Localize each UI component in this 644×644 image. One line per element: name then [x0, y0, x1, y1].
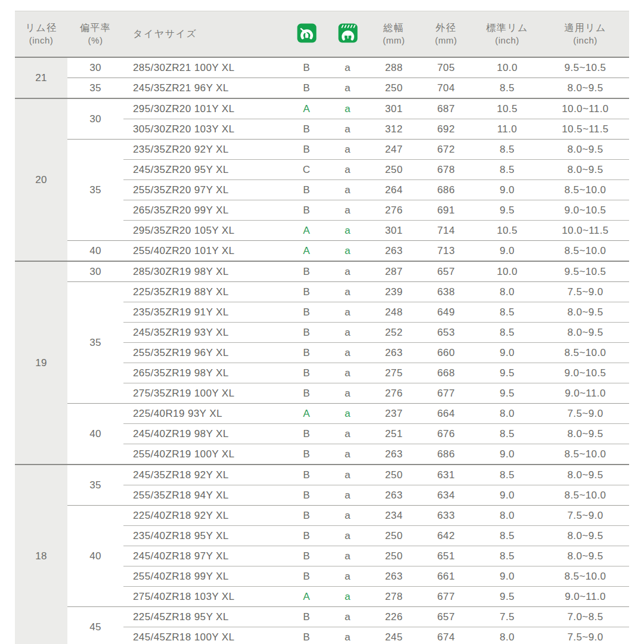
outer-diameter-cell: 653: [419, 323, 473, 343]
col-header-tire-size-label: タイヤサイズ: [133, 27, 286, 41]
outer-diameter-cell: 657: [419, 261, 473, 282]
fuel-grade-cell: B: [286, 383, 327, 404]
total-width-cell: 263: [369, 566, 419, 587]
applicable-rim-cell: 8.0~9.5: [541, 160, 629, 180]
tire-size-cell: 255/35ZR19 96Y XL: [123, 343, 286, 363]
table-row: 2030295/30ZR20 101Y XLAa30168710.510.0~1…: [15, 98, 629, 119]
wet-grade-cell: a: [327, 627, 369, 644]
table-row: 40255/40ZR20 101Y XLAa2637139.08.5~10.0: [15, 241, 629, 262]
standard-rim-cell: 8.5: [473, 424, 541, 444]
col-header-standard-rim: 標準リム (inch): [473, 11, 541, 58]
total-width-cell: 250: [369, 546, 419, 566]
total-width-cell: 248: [369, 302, 419, 323]
col-header-wet-grip: [327, 11, 369, 58]
outer-diameter-cell: 661: [419, 566, 473, 587]
standard-rim-cell: 9.5: [473, 200, 541, 221]
total-width-cell: 278: [369, 587, 419, 607]
standard-rim-cell: 8.5: [473, 526, 541, 546]
wet-grade-cell: a: [327, 587, 369, 607]
page: リム径 (inch) 偏平率 (%) タイヤサイズ: [0, 0, 644, 644]
rim-diameter-cell: 21: [15, 57, 67, 98]
standard-rim-cell: 9.0: [473, 566, 541, 587]
total-width-cell: 264: [369, 180, 419, 200]
aspect-ratio-cell: 30: [67, 98, 123, 140]
standard-rim-cell: 8.5: [473, 78, 541, 99]
standard-rim-cell: 9.5: [473, 383, 541, 404]
applicable-rim-cell: 9.0~10.5: [541, 363, 629, 383]
fuel-grade-cell: B: [286, 546, 327, 566]
fuel-grade-cell: A: [286, 98, 327, 119]
standard-rim-cell: 9.0: [473, 180, 541, 200]
total-width-cell: 301: [369, 221, 419, 241]
standard-rim-cell: 9.0: [473, 485, 541, 506]
wet-grade-cell: a: [327, 424, 369, 444]
tire-size-cell: 245/35ZR18 92Y XL: [123, 465, 286, 485]
standard-rim-cell: 10.5: [473, 98, 541, 119]
applicable-rim-cell: 8.0~9.5: [541, 465, 629, 485]
wet-grade-cell: a: [327, 506, 369, 526]
tire-size-cell: 255/35ZR20 97Y XL: [123, 180, 286, 200]
outer-diameter-cell: 649: [419, 302, 473, 323]
outer-diameter-cell: 691: [419, 200, 473, 221]
wet-grade-cell: a: [327, 221, 369, 241]
tire-size-cell: 245/35ZR19 93Y XL: [123, 323, 286, 343]
outer-diameter-cell: 692: [419, 119, 473, 140]
wet-grade-cell: a: [327, 98, 369, 119]
applicable-rim-cell: 9.0~11.0: [541, 587, 629, 607]
fuel-grade-cell: B: [286, 444, 327, 465]
table-row: 40225/40ZR18 92Y XLBa2346338.07.5~9.0: [15, 506, 629, 526]
table-row: 1930285/30ZR19 98Y XLBa28765710.09.5~10.…: [15, 261, 629, 282]
fuel-grade-cell: B: [286, 200, 327, 221]
wet-grade-cell: a: [327, 404, 369, 424]
fuel-grade-cell: B: [286, 363, 327, 383]
standard-rim-cell: 8.0: [473, 506, 541, 526]
aspect-ratio-cell: 40: [67, 506, 123, 607]
tire-size-cell: 255/40ZR20 101Y XL: [123, 241, 286, 262]
fuel-grade-cell: B: [286, 343, 327, 363]
fuel-grade-cell: B: [286, 57, 327, 78]
standard-rim-cell: 9.5: [473, 363, 541, 383]
standard-rim-cell: 8.5: [473, 465, 541, 485]
col-header-rim-diameter: リム径 (inch): [15, 11, 67, 58]
table-header: リム径 (inch) 偏平率 (%) タイヤサイズ: [15, 11, 629, 58]
total-width-cell: 263: [369, 343, 419, 363]
total-width-cell: 250: [369, 465, 419, 485]
col-header-total-width: 総幅 (mm): [369, 11, 419, 58]
applicable-rim-cell: 8.0~9.5: [541, 526, 629, 546]
fuel-grade-cell: A: [286, 241, 327, 262]
col-header-outer-diameter-label: 外径: [419, 21, 473, 35]
header-row: リム径 (inch) 偏平率 (%) タイヤサイズ: [15, 11, 629, 58]
outer-diameter-cell: 686: [419, 444, 473, 465]
tire-size-cell: 295/35ZR20 105Y XL: [123, 221, 286, 241]
wet-grade-cell: a: [327, 546, 369, 566]
col-header-outer-diameter-unit: (mm): [419, 35, 473, 47]
applicable-rim-cell: 7.5~9.0: [541, 282, 629, 302]
wet-grade-cell: a: [327, 566, 369, 587]
outer-diameter-cell: 713: [419, 241, 473, 262]
applicable-rim-cell: 9.0~11.0: [541, 383, 629, 404]
aspect-ratio-cell: 30: [67, 57, 123, 78]
total-width-cell: 250: [369, 160, 419, 180]
total-width-cell: 226: [369, 607, 419, 627]
total-width-cell: 263: [369, 444, 419, 465]
total-width-cell: 276: [369, 200, 419, 221]
applicable-rim-cell: 8.0~9.5: [541, 546, 629, 566]
outer-diameter-cell: 705: [419, 57, 473, 78]
applicable-rim-cell: 10.5~11.5: [541, 119, 629, 140]
tire-size-cell: 255/40ZR18 99Y XL: [123, 566, 286, 587]
rim-diameter-cell: 18: [15, 465, 67, 644]
outer-diameter-cell: 664: [419, 404, 473, 424]
tire-spec-table: リム径 (inch) 偏平率 (%) タイヤサイズ: [15, 11, 629, 644]
wet-grade-cell: a: [327, 119, 369, 140]
wet-grip-icon: [338, 23, 358, 45]
wet-grade-cell: a: [327, 343, 369, 363]
applicable-rim-cell: 7.5~9.0: [541, 506, 629, 526]
tire-size-cell: 245/35ZR20 95Y XL: [123, 160, 286, 180]
fuel-grade-cell: B: [286, 180, 327, 200]
wet-grade-cell: a: [327, 282, 369, 302]
aspect-ratio-cell: 35: [67, 140, 123, 241]
tire-size-cell: 235/40ZR18 95Y XL: [123, 526, 286, 546]
outer-diameter-cell: 660: [419, 343, 473, 363]
applicable-rim-cell: 8.5~10.0: [541, 566, 629, 587]
tire-size-cell: 275/40ZR18 103Y XL: [123, 587, 286, 607]
